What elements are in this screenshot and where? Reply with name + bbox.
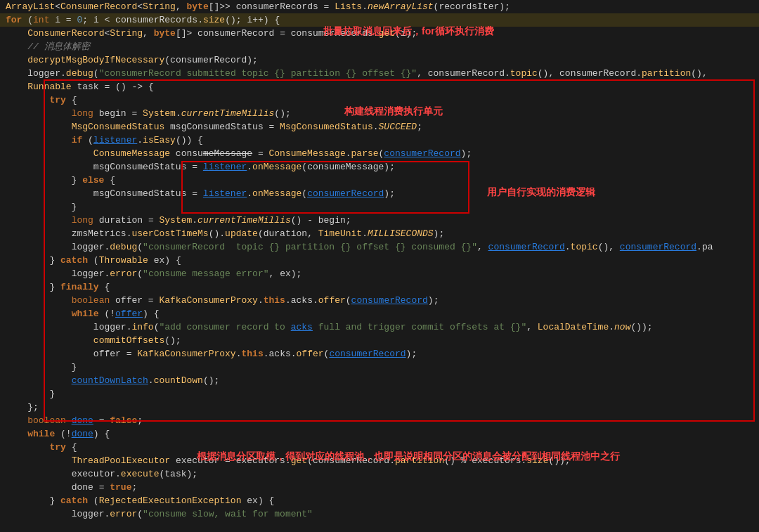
code-line: boolean done = false; [0,414,759,427]
code-line: MsgConsumedStatus msgConsumedStatus = Ms… [0,120,759,134]
code-line: while (!done) { [0,427,759,441]
code-line: while (!offer) { [0,307,759,320]
code-line: } finally { [0,280,759,294]
code-line: } catch (Throwable ex) { [0,254,759,267]
code-line: zmsMetrics.userCostTimeMs().update(durat… [0,227,759,240]
code-line: long duration = System.currentTimeMillis… [0,214,759,227]
code-line: logger.debug("consumerRecord submitted t… [0,67,759,80]
code-line: } [0,387,759,401]
code-line: } [0,361,759,374]
annotation-user-logic: 用户自行实现的消费逻辑 [487,186,595,199]
code-line: ArrayList<ConsumerRecord<String, byte[]>… [0,0,759,13]
code-line: boolean offer = KafkaConsumerProxy.this.… [0,294,759,307]
code-line: msgConsumedStatus = listener.onMessage(c… [0,187,759,200]
annotation-batch-loop: 批量拉取消息回来后，for循环执行消费 [323,25,494,38]
code-line: decryptMsgBodyIfNecessary(consumerRecord… [0,53,759,67]
code-line: done = true; [0,481,759,494]
annotation-build-thread: 构建线程消费执行单元 [344,105,443,118]
code-line: if (listener.isEasy()) { [0,134,759,147]
code-line: logger.error("consume message error", ex… [0,267,759,280]
code-line: logger.info("add consumer record to acks… [0,320,759,334]
code-line: } else { [0,174,759,187]
code-line: // 消息体解密 [0,40,759,53]
code-line: executor.execute(task); [0,467,759,481]
annotation-partition: 根据消息分区取模，得到对应的线程池，也即是说明相同分区的消息会被分配到相同线程池… [197,450,620,463]
code-line: logger.error("consume slow, wait for mom… [0,507,759,521]
code-line: } [0,200,759,214]
code-line: } catch (RejectedExecutionException ex) … [0,494,759,507]
code-line: ConsumeMessage consumeMessage = ConsumeM… [0,147,759,160]
code-line: logger.debug("consumerRecord topic {} pa… [0,240,759,254]
code-line: commitOffsets(); [0,334,759,347]
code-line: offer = KafkaConsumerProxy.this.acks.off… [0,347,759,361]
code-line: msgConsumedStatus = listener.onMessage(c… [0,160,759,174]
code-line: }; [0,401,759,414]
code-line: countDownLatch.countDown(); [0,374,759,387]
code-line: Runnable task = () -> { [0,80,759,93]
code-editor: ArrayList<ConsumerRecord<String, byte[]>… [0,0,759,532]
